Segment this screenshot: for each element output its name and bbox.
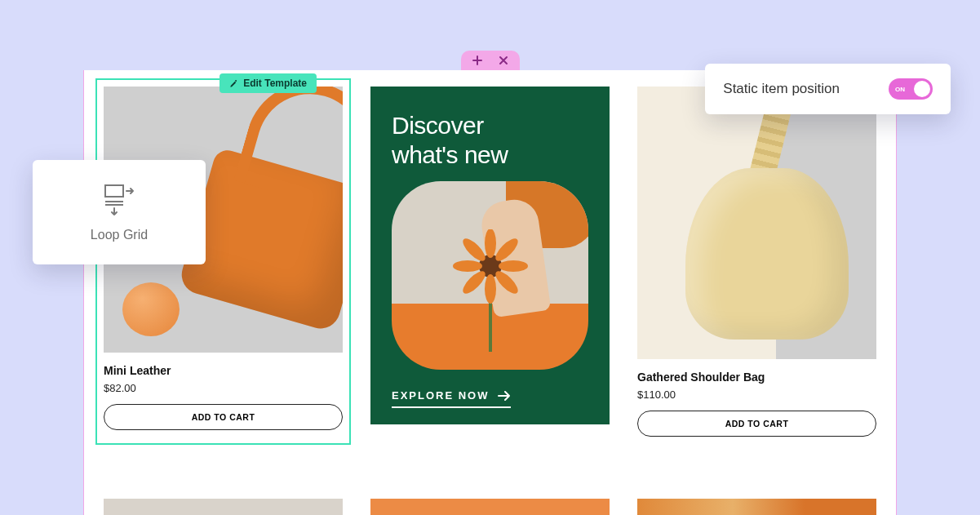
product-price: $110.00 [637, 388, 876, 401]
static-item-position-panel: Static item position ON [705, 64, 951, 114]
pencil-icon [229, 79, 238, 88]
product-card[interactable] [637, 499, 876, 515]
arrow-right-icon [498, 391, 511, 401]
loop-grid-widget[interactable]: Loop Grid [33, 160, 206, 264]
toggle-state-text: ON [895, 86, 905, 93]
feature-image [392, 181, 588, 370]
toggle-label: Static item position [723, 81, 840, 97]
svg-point-7 [492, 235, 521, 264]
product-title: Mini Leather [104, 364, 343, 377]
add-to-cart-button[interactable]: ADD TO CART [104, 404, 343, 430]
static-position-toggle[interactable]: ON [889, 78, 933, 100]
product-card[interactable] [104, 499, 343, 515]
svg-point-4 [453, 260, 482, 272]
svg-point-3 [485, 274, 496, 304]
svg-point-8 [459, 268, 488, 296]
explore-now-button[interactable]: EXPLORE NOW [392, 381, 511, 408]
explore-label: EXPLORE NOW [392, 389, 490, 402]
product-price: $82.00 [104, 382, 343, 394]
flower-icon [446, 229, 535, 352]
svg-point-9 [492, 268, 521, 296]
loop-grid-container: Edit Template Mini Leather $82.00 ADD TO… [104, 87, 876, 499]
loop-grid-icon [100, 182, 138, 218]
svg-point-5 [499, 260, 528, 272]
product-image [637, 87, 876, 359]
product-card[interactable] [370, 499, 610, 515]
editor-canvas: Edit Template Mini Leather $82.00 ADD TO… [83, 70, 897, 515]
svg-point-6 [459, 235, 488, 264]
add-to-cart-button[interactable]: ADD TO CART [637, 411, 876, 437]
widget-label: Loop Grid [91, 228, 148, 242]
svg-rect-10 [105, 185, 123, 197]
product-card[interactable]: Gathered Shoulder Bag $110.00 ADD TO CAR… [637, 87, 876, 437]
static-feature-card[interactable]: Discover what's new [370, 87, 610, 424]
product-title: Gathered Shoulder Bag [637, 371, 876, 384]
section-handle[interactable] [461, 51, 520, 70]
svg-point-2 [485, 229, 496, 258]
close-section-icon[interactable] [499, 55, 508, 65]
toggle-knob [914, 81, 930, 97]
feature-headline: Discover what's new [392, 111, 588, 170]
edit-template-button[interactable]: Edit Template [220, 73, 317, 93]
edit-template-label: Edit Template [243, 78, 307, 89]
add-section-icon[interactable] [472, 55, 482, 65]
